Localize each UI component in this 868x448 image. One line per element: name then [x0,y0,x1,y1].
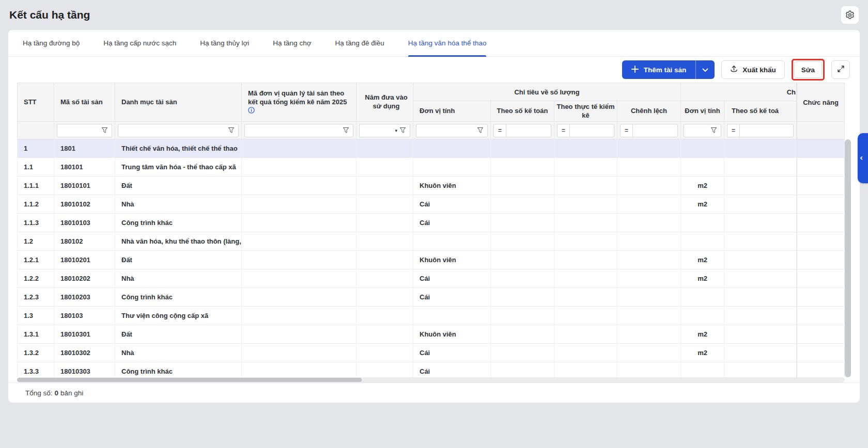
table-row[interactable]: 1.3.2 18010302 Nhà Cái m2 [17,344,845,362]
cell-qty-unit: Cái [413,288,491,307]
tab-item[interactable]: Hạ tầng văn hóa thể thao [408,30,487,56]
filter-input-qty-accounting[interactable] [506,124,551,137]
table-row[interactable]: 1 1801 Thiết chế văn hóa, thiết chế thể … [17,139,845,158]
cell-stt: 1.2.1 [17,251,54,269]
fullscreen-button[interactable] [831,60,850,79]
horizontal-scrollbar[interactable] [17,377,845,382]
col-header-qty-actual[interactable]: Theo thực tế kiểm kê [554,101,617,122]
filter-cell-area-unit [681,122,724,139]
filter-icon[interactable] [476,127,487,134]
filter-input-area-accounting[interactable] [740,124,793,137]
filter-input-asset-category[interactable] [118,124,227,137]
col-header-unit-code[interactable]: Mã đơn vị quản lý tài sản theo kết quả t… [242,83,357,122]
info-icon[interactable] [248,106,255,114]
cell-asset-category: Trung tâm văn hóa - thể thao cấp xã [115,158,242,177]
filter-icon[interactable] [709,127,721,134]
tab-item[interactable]: Hạ tầng cấp nước sạch [103,30,176,56]
cell-year [357,344,413,362]
cell-area-unit [681,214,724,232]
table-row[interactable]: 1.1 180101 Trung tâm văn hóa - thể thao … [17,158,845,177]
table-row[interactable]: 1.1.2 18010102 Nhà Cái m2 [17,195,845,214]
cell-area-unit: m2 [681,325,724,344]
filter-icon[interactable] [398,127,410,134]
edit-button[interactable]: Sửa [794,61,822,78]
filter-input-unit-code[interactable] [245,124,342,137]
export-button[interactable]: Xuất khẩu [721,60,785,79]
tab-item[interactable]: Hạ tầng đê điều [335,30,384,56]
col-header-asset-code[interactable]: Mã số tài sản [54,83,115,122]
cell-actions [797,195,845,214]
filter-cell-actions [797,122,845,139]
equals-operator[interactable]: = [494,124,506,137]
chevron-left-icon: ‹ [860,154,863,162]
filter-cell-unit-code [242,122,357,139]
horizontal-scrollbar-thumb[interactable] [17,378,362,382]
cell-qty-unit: Khuôn viên [413,251,491,269]
cell-asset-category: Đất [115,251,242,269]
col-header-area-unit[interactable]: Đơn vị tính [681,101,724,122]
settings-button[interactable] [841,6,859,24]
cell-qty-unit [413,307,491,325]
table-row[interactable]: 1.2 180102 Nhà văn hóa, khu thể thao thô… [17,232,845,251]
tab-item[interactable]: Hạ tầng chợ [273,30,311,56]
equals-operator[interactable]: = [557,124,570,137]
col-header-qty-accounting[interactable]: Theo số kế toán [491,101,554,122]
cell-qty-actual [554,362,617,377]
filter-input-area-unit[interactable] [684,124,709,137]
table-row[interactable]: 1.2.2 18010202 Nhà Cái m2 [17,269,845,288]
filter-icon[interactable] [342,127,353,134]
cell-actions [797,232,845,251]
cell-stt: 1.3 [17,307,54,325]
table-row[interactable]: 1.3 180103 Thư viện công cộng cấp xã [17,307,845,325]
filter-input-asset-code[interactable] [57,124,100,137]
tab-item[interactable]: Hạ tầng thủy lợi [200,30,249,56]
cell-year [357,251,413,269]
equals-operator[interactable]: = [621,124,633,137]
cell-qty-actual [554,214,617,232]
cell-asset-code: 18010303 [54,362,115,377]
col-header-stt[interactable]: STT [17,83,54,122]
col-header-qty-unit[interactable]: Đơn vị tính [413,101,491,122]
col-header-asset-category[interactable]: Danh mục tài sản [115,83,242,122]
cell-unit-code [242,177,357,195]
cell-year [357,177,413,195]
cell-qty-actual [554,232,617,251]
cell-area-unit [681,307,724,325]
col-header-area-accounting[interactable]: Theo số kế toá [724,101,797,122]
plus-icon [631,66,639,74]
cell-unit-code [242,288,357,307]
cell-qty-accounting [491,177,554,195]
cell-actions [797,269,845,288]
cell-actions [797,362,845,377]
col-header-year[interactable]: Năm đưa vào sử dụng [357,83,413,122]
filter-input-year[interactable] [360,124,395,137]
table-row[interactable]: 1.1.3 18010103 Công trình khác Cái [17,214,845,232]
cell-qty-unit [413,232,491,251]
filter-icon[interactable] [227,127,238,134]
cell-actions [797,251,845,269]
cell-qty-diff [617,269,681,288]
vertical-scrollbar-thumb[interactable] [845,139,851,377]
tab-item[interactable]: Hạ tầng đường bộ [23,30,80,56]
table-row[interactable]: 1.3.1 18010301 Đất Khuôn viên m2 [17,325,845,344]
filter-input-qty-diff[interactable] [633,124,677,137]
filter-input-qty-unit[interactable] [416,124,476,137]
cell-asset-code: 18010101 [54,177,115,195]
add-asset-dropdown-button[interactable] [696,60,715,79]
table-row[interactable]: 1.2.1 18010201 Đất Khuôn viên m2 [17,251,845,269]
gear-icon [845,10,855,20]
col-header-qty-diff[interactable]: Chênh lệch [617,101,681,122]
equals-operator[interactable]: = [727,124,740,137]
cell-year [357,195,413,214]
table-row[interactable]: 1.1.1 18010101 Đất Khuôn viên m2 [17,177,845,195]
filter-input-qty-actual[interactable] [570,124,614,137]
cell-asset-category: Nhà văn hóa, khu thể thao thôn (làng, … [115,232,242,251]
table-row[interactable]: 1.3.3 18010303 Công trình khác Cái [17,362,845,377]
filter-icon[interactable] [100,127,112,134]
cell-asset-category: Thư viện công cộng cấp xã [115,307,242,325]
col-header-actions[interactable]: Chức năng [797,83,845,122]
table-row[interactable]: 1.2.3 18010203 Công trình khác Cái [17,288,845,307]
cell-unit-code [242,325,357,344]
add-asset-button[interactable]: Thêm tài sản [622,60,696,79]
collapse-panel-toggle[interactable]: ‹ [858,133,868,183]
